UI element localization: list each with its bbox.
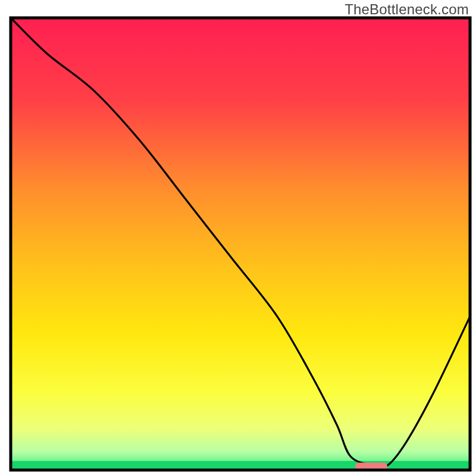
plot-background [11, 18, 470, 470]
chart-plot [0, 0, 476, 476]
watermark-label: TheBottleneck.com [345, 1, 469, 18]
chart-container: TheBottleneck.com [0, 0, 476, 476]
